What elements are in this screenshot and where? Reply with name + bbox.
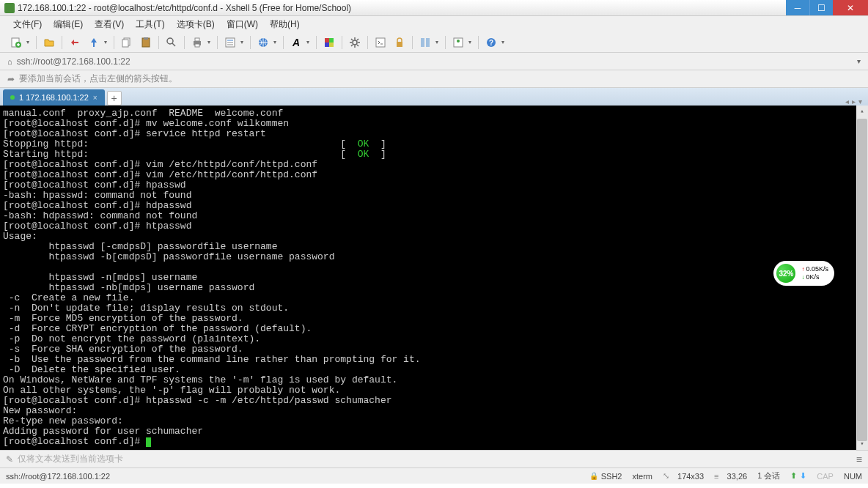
dropdown-icon[interactable]: ▾ xyxy=(501,39,507,45)
svg-rect-3 xyxy=(122,40,128,47)
disconnect-button[interactable] xyxy=(85,34,103,51)
address-input[interactable]: ssh://root@172.168.100.1:22 xyxy=(17,56,853,67)
dropdown-icon[interactable]: ▾ xyxy=(273,39,279,45)
svg-rect-19 xyxy=(329,42,334,47)
svg-rect-18 xyxy=(325,42,329,47)
status-dot-icon xyxy=(10,95,15,100)
properties-button[interactable] xyxy=(221,34,239,51)
lock-button[interactable] xyxy=(391,34,408,51)
terminal-view[interactable]: manual.conf proxy_ajp.conf README welcom… xyxy=(0,106,868,450)
tab-prev-icon[interactable]: ◂ xyxy=(845,97,849,106)
bookmark-button[interactable] xyxy=(449,34,467,51)
status-cursor-pos: ≡ 33,26 xyxy=(714,472,747,481)
svg-text:?: ? xyxy=(489,39,493,47)
close-button[interactable]: ✕ xyxy=(833,0,868,15)
pin-icon[interactable]: ➦ xyxy=(7,74,15,84)
status-protocol: 🔒SSH2 xyxy=(589,472,622,481)
dropdown-icon[interactable]: ▾ xyxy=(240,39,246,45)
tab-nav: ◂ ▸ ▾ xyxy=(845,97,868,106)
svg-rect-17 xyxy=(329,38,334,42)
tab-label: 1 172.168.100.1:22 xyxy=(19,93,89,102)
tab-list-icon[interactable]: ▾ xyxy=(858,97,862,106)
menu-window[interactable]: 窗口(W) xyxy=(221,16,264,33)
dropdown-icon[interactable]: ▾ xyxy=(435,39,441,45)
toolbar: ▾ ▾ ▾ ▾ ▾ A▾ ▾ ▾ ?▾ xyxy=(0,32,868,53)
terminal-scrollbar[interactable]: ▴ ▾ xyxy=(856,106,868,450)
tab-bar: 1 172.168.100.1:22 × + ◂ ▸ ▾ xyxy=(0,88,868,106)
find-button[interactable] xyxy=(163,34,180,51)
hint-text: 要添加当前会话，点击左侧的箭头按钮。 xyxy=(19,73,177,85)
connect-button[interactable] xyxy=(66,34,84,51)
svg-line-7 xyxy=(172,43,175,46)
menu-tab[interactable]: 选项卡(B) xyxy=(171,16,221,33)
hint-bar: ➦ 要添加当前会话，点击左侧的箭头按钮。 xyxy=(0,70,868,88)
svg-point-26 xyxy=(457,40,460,42)
host-icon: ⌂ xyxy=(7,57,12,66)
compose-input[interactable]: 仅将文本发送到当前选项卡 xyxy=(18,453,856,465)
widget-percent: 32% xyxy=(775,262,797,284)
paste-button[interactable] xyxy=(137,34,155,51)
compose-bar: ✎ 仅将文本发送到当前选项卡 ≡ xyxy=(0,450,868,467)
network-widget[interactable]: 32% ↑0.05K/s ↓0K/s xyxy=(773,261,834,286)
svg-rect-10 xyxy=(195,44,199,47)
menu-help[interactable]: 帮助(H) xyxy=(264,16,306,33)
color-button[interactable] xyxy=(320,34,338,51)
copy-button[interactable] xyxy=(118,34,136,51)
layout-button[interactable] xyxy=(416,34,434,51)
font-button[interactable]: A xyxy=(287,34,305,51)
menu-bar: 文件(F) 编辑(E) 查看(V) 工具(T) 选项卡(B) 窗口(W) 帮助(… xyxy=(0,16,868,32)
scroll-down-icon[interactable]: ▾ xyxy=(856,438,868,450)
svg-rect-16 xyxy=(325,38,329,42)
new-session-button[interactable] xyxy=(7,34,25,51)
arrow-down-icon: ↓ xyxy=(801,273,804,281)
app-icon xyxy=(4,3,15,13)
language-button[interactable] xyxy=(254,34,272,51)
new-tab-button[interactable]: + xyxy=(107,91,122,106)
dropdown-icon[interactable]: ▾ xyxy=(468,39,474,45)
script-button[interactable] xyxy=(372,34,389,51)
close-tab-icon[interactable]: × xyxy=(93,94,98,102)
menu-edit[interactable]: 编辑(E) xyxy=(48,16,89,33)
help-button[interactable]: ? xyxy=(482,34,500,51)
tab-next-icon[interactable]: ▸ xyxy=(852,97,856,106)
title-bar: 172.168.100.1:22 - root@localhost:/etc/h… xyxy=(0,0,868,16)
dropdown-icon[interactable]: ▾ xyxy=(207,39,213,45)
settings-button[interactable] xyxy=(346,34,364,51)
maximize-button[interactable]: ☐ xyxy=(809,0,833,15)
window-controls: ─ ☐ ✕ xyxy=(786,0,868,15)
status-address: ssh://root@172.168.100.1:22 xyxy=(6,472,579,481)
address-dropdown-icon[interactable]: ▾ xyxy=(857,57,868,65)
status-term: xterm xyxy=(632,472,652,481)
dropdown-icon[interactable]: ▾ xyxy=(104,39,110,45)
open-button[interactable] xyxy=(40,34,58,51)
menu-file[interactable]: 文件(F) xyxy=(7,16,48,33)
status-traffic-icon: ⬆⬇ xyxy=(790,471,806,481)
scroll-thumb[interactable] xyxy=(857,119,867,441)
status-sessions: 1 会话 xyxy=(757,470,780,481)
window-title: 172.168.100.1:22 - root@localhost:/etc/h… xyxy=(18,3,351,13)
status-cap: CAP xyxy=(817,472,834,481)
status-size: ⤡ 174x33 xyxy=(663,471,704,481)
svg-point-6 xyxy=(167,38,173,44)
print-button[interactable] xyxy=(188,34,206,51)
dropdown-icon[interactable]: ▾ xyxy=(306,39,312,45)
svg-point-20 xyxy=(353,40,357,45)
compose-icon: ✎ xyxy=(6,454,13,465)
menu-tools[interactable]: 工具(T) xyxy=(130,16,170,33)
compose-menu-icon[interactable]: ≡ xyxy=(856,454,862,465)
svg-rect-22 xyxy=(397,42,402,47)
svg-rect-5 xyxy=(144,37,148,40)
widget-stats: ↑0.05K/s ↓0K/s xyxy=(801,265,828,281)
lock-icon: 🔒 xyxy=(589,472,598,480)
svg-rect-21 xyxy=(376,38,385,47)
menu-view[interactable]: 查看(V) xyxy=(89,16,130,33)
minimize-button[interactable]: ─ xyxy=(786,0,809,15)
address-bar: ⌂ ssh://root@172.168.100.1:22 ▾ xyxy=(0,53,868,70)
session-tab[interactable]: 1 172.168.100.1:22 × xyxy=(3,89,105,106)
dropdown-icon[interactable]: ▾ xyxy=(26,39,32,45)
status-bar: ssh://root@172.168.100.1:22 🔒SSH2 xterm … xyxy=(0,467,868,484)
svg-rect-24 xyxy=(426,38,430,47)
scroll-up-icon[interactable]: ▴ xyxy=(856,106,868,117)
status-num: NUM xyxy=(844,472,862,481)
svg-rect-9 xyxy=(195,38,199,41)
